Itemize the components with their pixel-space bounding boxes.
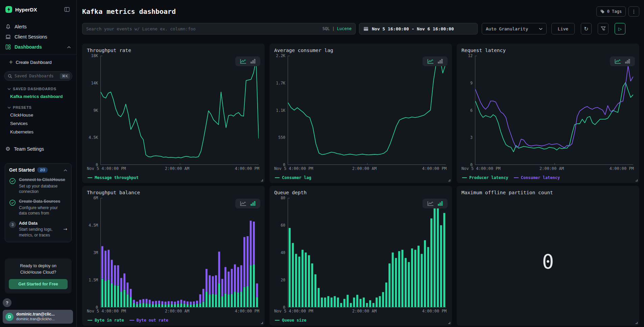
- chart-type-toggle[interactable]: [235, 56, 260, 66]
- plot-area[interactable]: [475, 56, 633, 165]
- plus-icon: +: [9, 59, 13, 65]
- event-search-input[interactable]: [86, 26, 320, 31]
- panel-title: Maximum offline partition count: [461, 190, 635, 195]
- step-title: Create Data Sources: [19, 199, 60, 204]
- bar-chart-icon[interactable]: [249, 201, 257, 206]
- refresh-button[interactable]: ↻: [581, 23, 592, 34]
- filter-icon: [601, 26, 606, 31]
- bar-chart-icon[interactable]: [624, 59, 631, 64]
- header-menu-button[interactable]: ⋮: [628, 6, 639, 17]
- sidebar-item-alerts[interactable]: Alerts: [0, 22, 76, 32]
- chart-type-toggle[interactable]: [423, 199, 448, 208]
- tag-icon: [600, 9, 605, 14]
- bar-chart-icon[interactable]: [436, 59, 444, 64]
- legend-item[interactable]: Byte out rate: [129, 318, 168, 323]
- sidebar-item-client-sessions[interactable]: Client Sessions: [0, 32, 76, 42]
- sidebar-nav: Alerts Client Sessions Dashboards: [0, 22, 76, 52]
- line-chart-icon[interactable]: [426, 201, 435, 206]
- sidebar-item-kubernetes[interactable]: Kubernetes: [0, 128, 76, 136]
- chart-type-toggle[interactable]: [610, 56, 635, 66]
- create-dashboard-button[interactable]: + Create Dashboard: [0, 57, 76, 67]
- lucene-toggle[interactable]: Lucene: [337, 26, 352, 31]
- resize-handle[interactable]: [636, 179, 638, 181]
- plot-area[interactable]: [288, 198, 446, 307]
- create-dashboard-label: Create Dashboard: [16, 60, 52, 65]
- run-query-button[interactable]: ▷: [615, 23, 625, 34]
- arrow-right-icon[interactable]: →: [63, 226, 67, 232]
- sidebar-item-services[interactable]: Services: [0, 119, 76, 128]
- filter-button[interactable]: [598, 23, 609, 34]
- x-axis-labels: Nov 5 4:00:00 PM2:00:00 AM4:00:00 PM: [87, 309, 260, 315]
- chart-legend: Producer latencyConsumer latency: [462, 175, 635, 180]
- chart-legend: Consumer lag: [275, 175, 447, 180]
- live-button[interactable]: Live: [551, 23, 575, 34]
- clickhouse-cloud-card: Ready to deploy on ClickHouse Cloud? Get…: [5, 258, 72, 294]
- date-range-picker[interactable]: Nov 5 16:00:00 - Nov 6 16:00:00: [359, 23, 478, 34]
- get-started-free-button[interactable]: Get Started for Free: [9, 279, 68, 289]
- check-circle-icon: [9, 199, 16, 206]
- saved-dashboards-search[interactable]: ⌘K: [4, 71, 72, 81]
- sidebar-item-label: Alerts: [15, 24, 27, 29]
- line-chart-icon[interactable]: [239, 59, 248, 64]
- nav-divider: [0, 54, 76, 54]
- user-name: dominic.tran@clic...: [16, 312, 55, 317]
- help-button[interactable]: ?: [3, 298, 11, 307]
- legend-item[interactable]: Consumer lag: [275, 175, 311, 180]
- legend-item[interactable]: Queue size: [275, 318, 306, 323]
- legend-item[interactable]: Byte in rate: [88, 318, 124, 323]
- granularity-select[interactable]: Auto Granularity: [482, 23, 547, 34]
- panel-throughput-balance: Throughput balance 6M4.5M3M1.5M0 Nov 5 4…: [82, 186, 265, 326]
- chart-type-toggle[interactable]: [423, 56, 448, 66]
- get-started-step-3[interactable]: 3 Add Data Start sending logs, metrics, …: [9, 221, 67, 238]
- sql-toggle[interactable]: SQL: [323, 26, 330, 31]
- chevron-up-icon[interactable]: [67, 44, 71, 50]
- get-started-step-2[interactable]: Create Data Sources Configure where your…: [9, 199, 67, 216]
- get-started-card: Get Started 2/3 Connect to ClickHouse Se…: [5, 163, 72, 242]
- resize-handle[interactable]: [636, 322, 638, 324]
- legend-item[interactable]: Message throughput: [88, 175, 139, 180]
- hyperdx-logo-icon: [5, 6, 12, 13]
- saved-dashboards-section-header[interactable]: SAVED DASHBOARDS: [0, 82, 76, 92]
- bar-chart-icon[interactable]: [249, 59, 257, 64]
- resize-handle[interactable]: [261, 179, 263, 181]
- shortcut-badge: ⌘K: [60, 73, 70, 79]
- saved-dashboards-search-input[interactable]: [15, 74, 57, 78]
- chevron-up-icon[interactable]: [64, 167, 67, 173]
- line-chart-icon[interactable]: [613, 59, 622, 64]
- avatar: D: [5, 313, 14, 321]
- line-chart-icon[interactable]: [426, 59, 435, 64]
- resize-handle[interactable]: [448, 179, 450, 181]
- step-number: 3: [9, 221, 16, 228]
- chart-type-toggle[interactable]: [235, 199, 260, 208]
- step-title: Add Data: [19, 221, 59, 226]
- resize-handle[interactable]: [448, 322, 450, 324]
- app-root: HyperDX Alerts Client Sessions: [0, 0, 644, 327]
- plot-area[interactable]: [100, 198, 259, 307]
- event-search-box[interactable]: SQL | Lucene: [82, 23, 356, 34]
- sidebar-item-team-settings[interactable]: ⚙ Team Settings: [0, 144, 76, 154]
- laptop-icon: [5, 34, 11, 40]
- resize-handle[interactable]: [261, 322, 263, 324]
- sidebar-item-kafka-dashboard[interactable]: Kafka metrics dashboard: [0, 92, 76, 101]
- panel-average-consumer-lag: Average consumer lag 2.2K1.7K1.1K5500 No…: [269, 44, 452, 183]
- bar-chart-icon[interactable]: [436, 201, 444, 206]
- user-email: dominic.tran@clickho...: [16, 317, 55, 322]
- sidebar-collapse-icon[interactable]: [64, 7, 70, 12]
- legend-item[interactable]: Consumer latency: [514, 175, 560, 180]
- plot-area[interactable]: [100, 56, 259, 165]
- user-menu[interactable]: D dominic.tran@clic... dominic.tran@clic…: [3, 310, 73, 324]
- cloud-card-text: Ready to deploy on ClickHouse Cloud?: [9, 263, 68, 276]
- sidebar-item-clickhouse[interactable]: ClickHouse: [0, 111, 76, 119]
- get-started-step-1[interactable]: Connect to ClickHouse Set up your databa…: [9, 177, 67, 194]
- get-started-title: Get Started: [9, 167, 34, 173]
- presets-section-header[interactable]: PRESETS: [0, 101, 76, 111]
- panel-title: Throughput rate: [87, 48, 260, 53]
- sidebar-item-dashboards[interactable]: Dashboards: [0, 42, 76, 52]
- brand-row: HyperDX: [0, 5, 76, 16]
- plot-area[interactable]: [288, 56, 446, 165]
- legend-item[interactable]: Producer latency: [462, 175, 508, 180]
- date-range-value: Nov 5 16:00:00 - Nov 6 16:00:00: [372, 26, 454, 31]
- line-chart-icon[interactable]: [239, 201, 248, 206]
- tags-button[interactable]: 0 Tags: [596, 6, 626, 17]
- chart-legend: Message throughput: [88, 175, 260, 180]
